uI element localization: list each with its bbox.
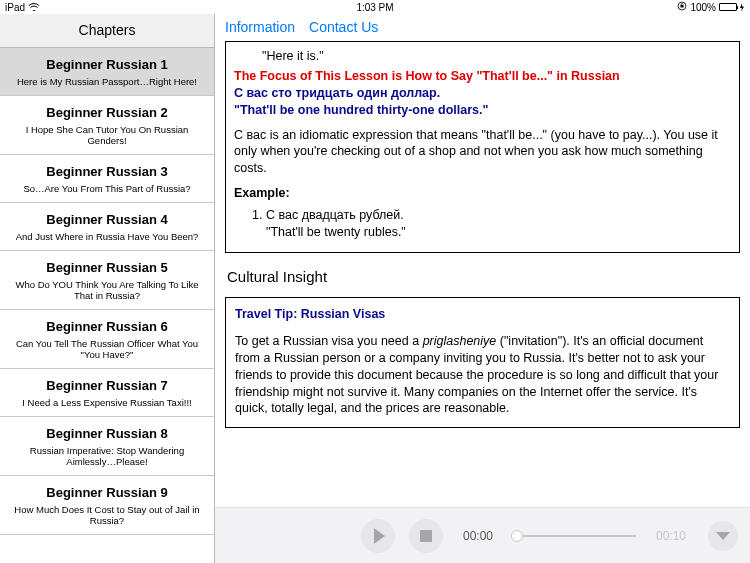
chapter-subtitle: Who Do YOU Think You Are Talking To Like… bbox=[6, 279, 208, 301]
time-total: 00:10 bbox=[656, 529, 686, 543]
chapter-item[interactable]: Beginner Russian 8Russian Imperative: St… bbox=[0, 417, 214, 476]
stop-icon bbox=[420, 530, 432, 542]
chapter-subtitle: Can You Tell The Russian Officer What Yo… bbox=[6, 338, 208, 360]
chapter-title: Beginner Russian 2 bbox=[6, 105, 208, 120]
chapter-title: Beginner Russian 8 bbox=[6, 426, 208, 441]
information-link[interactable]: Information bbox=[225, 19, 295, 35]
chapter-title: Beginner Russian 9 bbox=[6, 485, 208, 500]
lesson-focus: The Focus of This Lesson is How to Say "… bbox=[234, 68, 731, 85]
lesson-content[interactable]: "Here it is." The Focus of This Lesson i… bbox=[215, 41, 750, 507]
battery-icon bbox=[719, 3, 745, 12]
audio-player: 00:00 00:10 bbox=[215, 507, 750, 563]
example-english: "That'll be twenty rubles." bbox=[266, 224, 731, 241]
chevron-down-icon bbox=[716, 532, 730, 540]
chapter-item[interactable]: Beginner Russian 4And Just Where in Russ… bbox=[0, 203, 214, 251]
example-label: Example: bbox=[234, 185, 731, 202]
insight-title: Travel Tip: Russian Visas bbox=[235, 306, 730, 323]
example-list: С вас двадцать рублей. "That'll be twent… bbox=[258, 207, 731, 241]
play-button[interactable] bbox=[361, 519, 395, 553]
sidebar-title: Chapters bbox=[0, 14, 214, 48]
chapter-title: Beginner Russian 7 bbox=[6, 378, 208, 393]
here-it-is-text: "Here it is." bbox=[234, 48, 731, 65]
chapter-title: Beginner Russian 6 bbox=[6, 319, 208, 334]
wifi-icon bbox=[28, 2, 40, 13]
status-bar: iPad 1:03 PM 100% bbox=[0, 0, 750, 14]
chapter-title: Beginner Russian 4 bbox=[6, 212, 208, 227]
lesson-russian: С вас сто тридцать один доллар. bbox=[234, 85, 731, 102]
device-label: iPad bbox=[5, 2, 25, 13]
chapter-list[interactable]: Beginner Russian 1Here is My Russian Pas… bbox=[0, 48, 214, 563]
chapter-title: Beginner Russian 1 bbox=[6, 57, 208, 72]
chapter-title: Beginner Russian 5 bbox=[6, 260, 208, 275]
play-icon bbox=[374, 528, 385, 544]
insight-term: priglasheniye bbox=[423, 334, 497, 348]
time-current: 00:00 bbox=[463, 529, 493, 543]
svg-rect-1 bbox=[681, 5, 684, 8]
orientation-lock-icon bbox=[677, 1, 687, 13]
insight-body-pre: To get a Russian visa you need a bbox=[235, 334, 423, 348]
scrubber[interactable] bbox=[513, 535, 636, 537]
cultural-insight-heading: Cultural Insight bbox=[227, 267, 738, 287]
chapter-subtitle: I Need a Less Expensive Russian Taxi!!! bbox=[6, 397, 208, 408]
chapter-item[interactable]: Beginner Russian 1Here is My Russian Pas… bbox=[0, 48, 214, 96]
chapter-item[interactable]: Beginner Russian 2I Hope She Can Tutor Y… bbox=[0, 96, 214, 155]
top-links: Information Contact Us bbox=[215, 14, 750, 41]
sidebar: Chapters Beginner Russian 1Here is My Ru… bbox=[0, 14, 215, 563]
main-panel: Information Contact Us "Here it is." The… bbox=[215, 14, 750, 563]
chapter-title: Beginner Russian 3 bbox=[6, 164, 208, 179]
example-russian: С вас двадцать рублей. bbox=[266, 207, 731, 224]
chapter-item[interactable]: Beginner Russian 3So…Are You From This P… bbox=[0, 155, 214, 203]
insight-body: To get a Russian visa you need a priglas… bbox=[235, 333, 730, 417]
status-time: 1:03 PM bbox=[252, 2, 499, 13]
collapse-button[interactable] bbox=[708, 521, 738, 551]
chapter-item[interactable]: Beginner Russian 7I Need a Less Expensiv… bbox=[0, 369, 214, 417]
chapter-item[interactable]: Beginner Russian 9How Much Does It Cost … bbox=[0, 476, 214, 535]
chapter-subtitle: I Hope She Can Tutor You On Russian Gend… bbox=[6, 124, 208, 146]
status-right: 100% bbox=[498, 1, 745, 13]
status-left: iPad bbox=[5, 2, 252, 13]
cultural-insight-box: Travel Tip: Russian Visas To get a Russi… bbox=[225, 297, 740, 428]
chapter-subtitle: So…Are You From This Part of Russia? bbox=[6, 183, 208, 194]
chapter-subtitle: Here is My Russian Passport…Right Here! bbox=[6, 76, 208, 87]
battery-pct: 100% bbox=[690, 2, 716, 13]
scrubber-thumb[interactable] bbox=[511, 530, 523, 542]
contact-us-link[interactable]: Contact Us bbox=[309, 19, 378, 35]
lesson-box: "Here it is." The Focus of This Lesson i… bbox=[225, 41, 740, 253]
lesson-english: "That'll be one hundred thirty-one dolla… bbox=[234, 102, 731, 119]
chapter-item[interactable]: Beginner Russian 5Who Do YOU Think You A… bbox=[0, 251, 214, 310]
lesson-body: С вас is an idiomatic expression that me… bbox=[234, 127, 731, 178]
chapter-subtitle: How Much Does It Cost to Stay out of Jai… bbox=[6, 504, 208, 526]
stop-button[interactable] bbox=[409, 519, 443, 553]
chapter-subtitle: Russian Imperative: Stop Wandering Aimle… bbox=[6, 445, 208, 467]
chapter-subtitle: And Just Where in Russia Have You Been? bbox=[6, 231, 208, 242]
chapter-item[interactable]: Beginner Russian 6Can You Tell The Russi… bbox=[0, 310, 214, 369]
